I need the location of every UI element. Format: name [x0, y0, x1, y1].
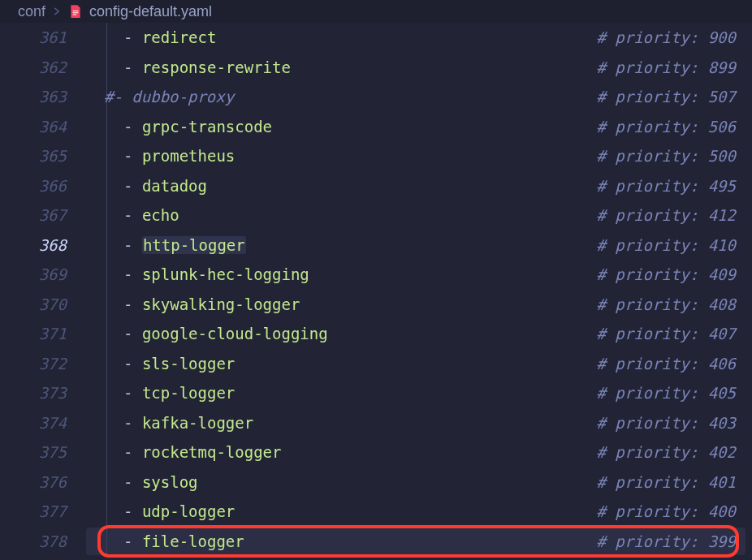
- yaml-dash: -: [123, 355, 142, 373]
- line-number: 371: [0, 325, 86, 342]
- code-line[interactable]: 373- tcp-logger# priority: 405: [0, 378, 752, 408]
- line-number: 369: [0, 265, 86, 283]
- code-content: - http-logger# priority: 410: [86, 236, 752, 254]
- plugin-name: redirect: [142, 28, 217, 46]
- plugin-name: splunk-hec-logging: [142, 265, 309, 283]
- line-number: 376: [0, 473, 86, 491]
- priority-comment: # priority: 495: [596, 177, 736, 195]
- line-number: 365: [0, 147, 86, 165]
- breadcrumb-bar: conf config-default.yaml: [0, 0, 752, 23]
- code-content: - rocketmq-logger# priority: 402: [86, 443, 752, 461]
- priority-comment: # priority: 410: [596, 236, 736, 254]
- code-content: - skywalking-logger# priority: 408: [86, 295, 752, 313]
- line-number: 363: [0, 88, 86, 106]
- line-number: 366: [0, 177, 86, 195]
- line-number: 364: [0, 118, 86, 136]
- plugin-name-commented: dubbo-proxy: [132, 88, 234, 106]
- code-content: #- dubbo-proxy# priority: 507: [86, 88, 752, 106]
- code-line[interactable]: 366- datadog# priority: 495: [0, 171, 752, 201]
- line-number: 374: [0, 414, 86, 432]
- yaml-dash: -: [123, 443, 142, 461]
- priority-comment: # priority: 401: [596, 473, 736, 491]
- yaml-dash: -: [123, 384, 142, 402]
- code-content: - sls-logger# priority: 406: [86, 355, 752, 373]
- plugin-name: response-rewrite: [142, 58, 291, 76]
- code-content: - udp-logger# priority: 400: [86, 502, 752, 520]
- code-line[interactable]: 374- kafka-logger# priority: 403: [0, 408, 752, 438]
- plugin-name: sls-logger: [142, 355, 235, 373]
- breadcrumb-folder[interactable]: conf: [18, 3, 45, 20]
- code-line[interactable]: 367- echo# priority: 412: [0, 200, 752, 230]
- line-number: 372: [0, 355, 86, 373]
- code-content: - kafka-logger# priority: 403: [86, 414, 752, 432]
- code-line[interactable]: 370- skywalking-logger# priority: 408: [0, 290, 752, 320]
- code-content: - splunk-hec-logging# priority: 409: [86, 265, 752, 283]
- line-number: 361: [0, 28, 86, 46]
- plugin-name: syslog: [142, 473, 198, 491]
- yaml-dash: -: [123, 28, 142, 46]
- code-line[interactable]: 371- google-cloud-logging# priority: 407: [0, 319, 752, 349]
- code-content: - tcp-logger# priority: 405: [86, 384, 752, 402]
- plugin-name: grpc-transcode: [142, 118, 272, 136]
- yaml-dash: -: [123, 473, 142, 491]
- plugin-name: udp-logger: [142, 502, 235, 520]
- code-line[interactable]: 362- response-rewrite# priority: 899: [0, 53, 752, 83]
- code-line[interactable]: 369- splunk-hec-logging# priority: 409: [0, 260, 752, 290]
- code-line[interactable]: 378- file-logger# priority: 399: [0, 527, 752, 557]
- chevron-right-icon: [52, 3, 62, 20]
- plugin-name: tcp-logger: [142, 384, 235, 402]
- code-content: - syslog# priority: 401: [86, 473, 752, 491]
- priority-comment: # priority: 507: [596, 88, 736, 106]
- code-line[interactable]: 363#- dubbo-proxy# priority: 507: [0, 82, 752, 112]
- priority-comment: # priority: 900: [596, 28, 736, 46]
- priority-comment: # priority: 406: [596, 355, 736, 373]
- yaml-dash: -: [123, 147, 142, 165]
- plugin-name: file-logger: [142, 532, 244, 550]
- yaml-dash: -: [123, 206, 142, 224]
- code-line[interactable]: 361- redirect# priority: 900: [0, 23, 752, 53]
- comment-dash: #-: [104, 88, 132, 106]
- priority-comment: # priority: 400: [596, 502, 736, 520]
- yaml-file-icon: [68, 4, 83, 19]
- plugin-name: http-logger: [142, 236, 246, 254]
- priority-comment: # priority: 899: [596, 58, 736, 76]
- yaml-dash: -: [123, 325, 142, 342]
- line-number: 367: [0, 206, 86, 224]
- plugin-name: datadog: [142, 177, 207, 195]
- yaml-dash: -: [123, 118, 142, 136]
- yaml-dash: -: [123, 532, 142, 550]
- priority-comment: # priority: 506: [596, 118, 736, 136]
- code-line[interactable]: 365- prometheus# priority: 500: [0, 141, 752, 171]
- code-line[interactable]: 364- grpc-transcode# priority: 506: [0, 112, 752, 142]
- code-content: - grpc-transcode# priority: 506: [86, 118, 752, 136]
- plugin-name: echo: [142, 206, 179, 224]
- plugin-name: kafka-logger: [142, 414, 253, 432]
- code-line[interactable]: 368- http-logger# priority: 410: [0, 230, 752, 261]
- code-line[interactable]: 372- sls-logger# priority: 406: [0, 349, 752, 379]
- line-number: 375: [0, 443, 86, 461]
- code-line[interactable]: 376- syslog# priority: 401: [0, 467, 752, 498]
- code-line[interactable]: 375- rocketmq-logger# priority: 402: [0, 437, 752, 467]
- yaml-dash: -: [123, 236, 142, 254]
- yaml-dash: -: [123, 177, 142, 195]
- breadcrumb-filename[interactable]: config-default.yaml: [89, 3, 212, 20]
- code-line[interactable]: 377- udp-logger# priority: 400: [0, 497, 752, 527]
- priority-comment: # priority: 405: [596, 384, 736, 402]
- code-content: - redirect# priority: 900: [86, 28, 752, 46]
- line-number: 378: [0, 532, 86, 550]
- code-content: - file-logger# priority: 399: [86, 532, 752, 550]
- priority-comment: # priority: 403: [596, 414, 736, 432]
- plugin-name: rocketmq-logger: [142, 443, 282, 461]
- yaml-dash: -: [123, 58, 142, 76]
- line-number: 377: [0, 502, 86, 520]
- priority-comment: # priority: 500: [596, 147, 736, 165]
- priority-comment: # priority: 399: [596, 532, 736, 550]
- yaml-dash: -: [123, 295, 142, 313]
- line-number: 370: [0, 295, 86, 313]
- code-editor[interactable]: 361- redirect# priority: 900362- respons…: [0, 23, 752, 560]
- line-number: 368: [0, 236, 86, 254]
- priority-comment: # priority: 409: [596, 265, 736, 283]
- plugin-name: google-cloud-logging: [142, 325, 328, 342]
- plugin-name: prometheus: [142, 147, 235, 165]
- yaml-dash: -: [123, 414, 142, 432]
